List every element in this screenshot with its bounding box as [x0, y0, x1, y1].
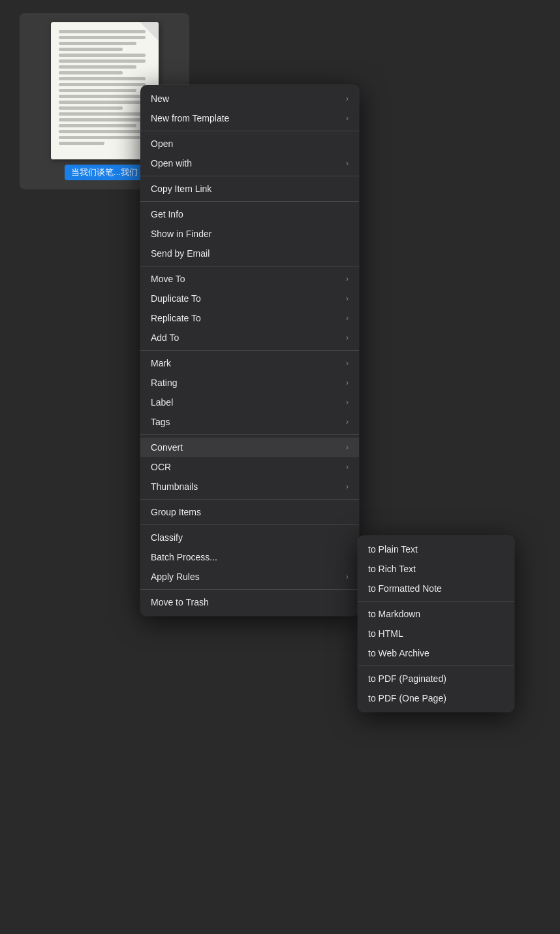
- menu-item-group-items[interactable]: Group Items: [140, 502, 359, 522]
- separator: [140, 176, 359, 176]
- submenu-item-to-web-archive[interactable]: to Web Archive: [358, 643, 514, 663]
- chevron-icon: ›: [346, 378, 349, 387]
- menu-item-apply-rules[interactable]: Apply Rules ›: [140, 567, 359, 587]
- submenu-item-to-plain-text[interactable]: to Plain Text: [358, 539, 514, 559]
- menu-item-classify[interactable]: Classify: [140, 528, 359, 547]
- separator: [140, 499, 359, 500]
- menu-item-duplicate-to[interactable]: Duplicate To ›: [140, 289, 359, 308]
- chevron-icon: ›: [346, 294, 349, 303]
- menu-item-label[interactable]: Label ›: [140, 393, 359, 412]
- chevron-icon: ›: [346, 159, 349, 168]
- chevron-icon: ›: [346, 417, 349, 427]
- menu-item-new-from-template[interactable]: New from Template ›: [140, 108, 359, 128]
- menu-item-open[interactable]: Open: [140, 134, 359, 153]
- menu-item-add-to[interactable]: Add To ›: [140, 328, 359, 347]
- separator: [140, 131, 359, 131]
- menu-item-new[interactable]: New ›: [140, 89, 359, 108]
- document-label: 当我们谈笔...我们: [65, 165, 144, 180]
- separator: [140, 589, 359, 590]
- separator: [358, 666, 514, 666]
- chevron-icon: ›: [346, 462, 349, 472]
- submenu-item-to-formatted-note[interactable]: to Formatted Note: [358, 579, 514, 598]
- chevron-icon: ›: [346, 274, 349, 283]
- menu-item-open-with[interactable]: Open with ›: [140, 153, 359, 173]
- menu-item-move-to[interactable]: Move To ›: [140, 269, 359, 289]
- chevron-icon: ›: [346, 333, 349, 342]
- chevron-icon: ›: [346, 114, 349, 123]
- separator: [140, 350, 359, 351]
- menu-item-ocr[interactable]: OCR ›: [140, 457, 359, 477]
- menu-item-copy-item-link[interactable]: Copy Item Link: [140, 179, 359, 199]
- chevron-icon: ›: [346, 359, 349, 368]
- submenu-item-to-rich-text[interactable]: to Rich Text: [358, 559, 514, 579]
- menu-item-replicate-to[interactable]: Replicate To ›: [140, 308, 359, 328]
- menu-item-show-in-finder[interactable]: Show in Finder: [140, 224, 359, 244]
- menu-item-get-info[interactable]: Get Info: [140, 204, 359, 224]
- menu-item-send-by-email[interactable]: Send by Email: [140, 244, 359, 263]
- menu-item-convert[interactable]: Convert ›: [140, 438, 359, 457]
- menu-item-mark[interactable]: Mark ›: [140, 353, 359, 373]
- separator: [140, 266, 359, 266]
- separator: [140, 201, 359, 202]
- chevron-icon: ›: [346, 314, 349, 323]
- submenu-item-to-html[interactable]: to HTML: [358, 624, 514, 643]
- submenu-item-to-pdf-one-page[interactable]: to PDF (One Page): [358, 688, 514, 708]
- context-menu: New › New from Template › Open Open with…: [140, 85, 359, 616]
- menu-item-batch-process[interactable]: Batch Process...: [140, 547, 359, 567]
- convert-submenu: to Plain Text to Rich Text to Formatted …: [358, 536, 514, 712]
- chevron-icon: ›: [346, 443, 349, 452]
- separator: [140, 524, 359, 525]
- chevron-icon: ›: [346, 572, 349, 581]
- menu-item-tags[interactable]: Tags ›: [140, 412, 359, 432]
- menu-item-move-to-trash[interactable]: Move to Trash: [140, 592, 359, 612]
- separator: [140, 434, 359, 435]
- menu-item-rating[interactable]: Rating ›: [140, 373, 359, 393]
- chevron-icon: ›: [346, 94, 349, 103]
- chevron-icon: ›: [346, 482, 349, 491]
- chevron-icon: ›: [346, 398, 349, 407]
- menu-item-thumbnails[interactable]: Thumbnails ›: [140, 477, 359, 496]
- submenu-item-to-pdf-paginated[interactable]: to PDF (Paginated): [358, 669, 514, 688]
- submenu-item-to-markdown[interactable]: to Markdown: [358, 604, 514, 624]
- separator: [358, 601, 514, 602]
